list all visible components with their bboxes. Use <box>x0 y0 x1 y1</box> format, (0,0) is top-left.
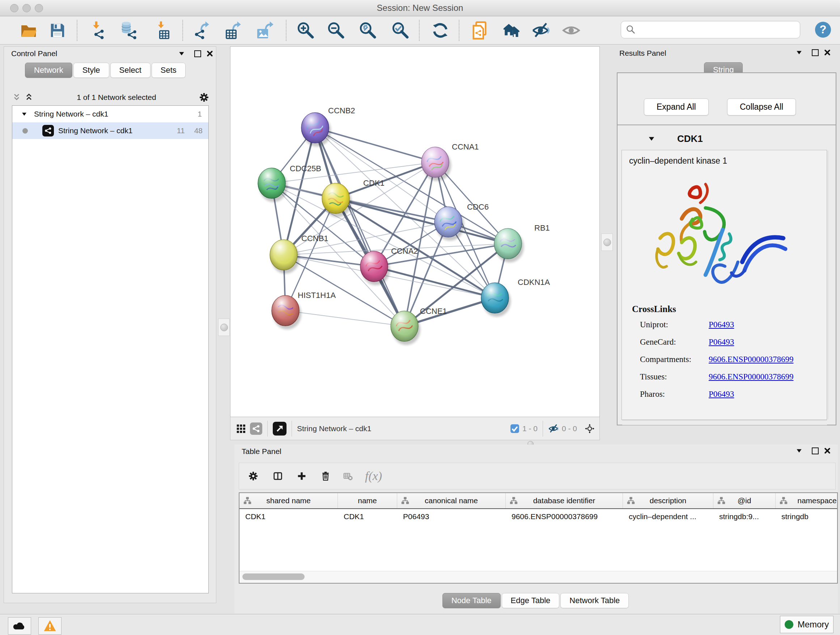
duplicate-network-icon[interactable] <box>470 21 489 40</box>
result-entry-header[interactable]: CDK1 <box>620 128 834 149</box>
tab-network[interactable]: Network <box>25 63 73 78</box>
network-node[interactable] <box>422 147 449 177</box>
tab-select[interactable]: Select <box>111 63 150 78</box>
network-node[interactable] <box>434 207 462 237</box>
table-row[interactable]: CDK1CDK1P064939606.ENSP00000378699cyclin… <box>240 509 837 524</box>
entry-caret-icon[interactable] <box>647 134 656 143</box>
save-session-icon[interactable] <box>48 21 67 40</box>
memory-button[interactable]: Memory <box>780 616 834 633</box>
crosslink-url[interactable]: P06493 <box>709 337 734 347</box>
control-panel-menu-caret-icon[interactable] <box>177 49 186 58</box>
zoom-out-icon[interactable] <box>326 21 346 40</box>
birdseye-view-icon[interactable] <box>273 422 286 435</box>
table-panel-menu-caret-icon[interactable] <box>794 446 804 455</box>
table-cell[interactable]: CDK1 <box>338 512 397 521</box>
results-panel-menu-caret-icon[interactable] <box>794 48 804 57</box>
import-network-file-icon[interactable] <box>88 21 107 40</box>
control-panel-close-icon[interactable] <box>205 49 215 58</box>
network-edge[interactable] <box>286 310 404 326</box>
tab-edge-table[interactable]: Edge Table <box>502 593 560 608</box>
table-panel-close-icon[interactable] <box>823 446 832 455</box>
left-splitter-handle[interactable] <box>218 318 230 336</box>
network-row[interactable]: String Network – cdk1 11 48 <box>12 122 208 139</box>
network-node[interactable] <box>391 311 418 341</box>
warning-status-button[interactable] <box>38 617 62 635</box>
results-panel-float-icon[interactable] <box>810 48 820 57</box>
results-horizontal-scrollbar[interactable] <box>622 420 827 425</box>
network-options-gear-icon[interactable] <box>199 93 209 102</box>
network-node[interactable] <box>322 183 349 214</box>
network-node[interactable] <box>481 283 508 313</box>
toolbar-search[interactable] <box>621 21 800 38</box>
refresh-network-icon[interactable] <box>431 21 450 40</box>
column-header[interactable]: name <box>338 493 397 508</box>
node-grid-icon[interactable] <box>236 424 246 433</box>
table-cell[interactable]: stringdb <box>775 512 838 521</box>
column-header[interactable]: description <box>623 493 714 508</box>
import-table-file-icon[interactable] <box>152 21 172 40</box>
table-cell[interactable]: 9606.ENSP00000378699 <box>506 512 623 521</box>
table-options-gear-icon[interactable] <box>248 471 258 481</box>
column-header[interactable]: @id <box>714 493 775 508</box>
tab-node-table[interactable]: Node Table <box>442 593 501 608</box>
network-share-icon[interactable] <box>250 423 262 435</box>
table-scroll-thumb[interactable] <box>242 573 305 580</box>
crosslink-url[interactable]: P06493 <box>709 320 734 329</box>
right-splitter-handle[interactable] <box>601 233 613 251</box>
table-panel-float-icon[interactable] <box>810 446 820 455</box>
network-node[interactable] <box>270 240 297 270</box>
add-column-icon[interactable] <box>297 471 306 481</box>
table-cell[interactable]: cyclin–dependent ... <box>623 512 714 521</box>
collapse-all-networks-icon[interactable] <box>12 93 21 102</box>
table-cell[interactable]: CDK1 <box>240 512 338 521</box>
tab-style[interactable]: Style <box>73 63 109 78</box>
crosslink-url[interactable]: P06493 <box>709 390 734 399</box>
function-builder-icon[interactable]: f(x) <box>365 469 382 483</box>
control-panel-float-icon[interactable] <box>193 49 202 58</box>
import-network-database-icon[interactable] <box>118 21 138 40</box>
network-node[interactable] <box>302 112 329 143</box>
network-node[interactable] <box>360 251 388 282</box>
hide-selected-icon[interactable] <box>531 21 551 40</box>
show-columns-icon[interactable] <box>273 471 283 481</box>
table-horizontal-scrollbar[interactable] <box>240 571 837 583</box>
network-node[interactable] <box>258 168 286 198</box>
search-input[interactable] <box>636 25 790 35</box>
expand-all-networks-icon[interactable] <box>24 93 34 102</box>
delete-column-icon[interactable] <box>321 471 330 481</box>
network-edge[interactable] <box>374 266 495 298</box>
column-header[interactable]: canonical name <box>397 493 506 508</box>
expand-all-button[interactable]: Expand All <box>644 98 709 116</box>
delete-table-icon[interactable] <box>343 471 353 481</box>
pan-crosshair-icon[interactable] <box>585 424 594 433</box>
hidden-eye-icon[interactable] <box>548 423 559 434</box>
cloud-status-button[interactable] <box>8 617 31 635</box>
network-node[interactable] <box>272 295 299 326</box>
selected-checkbox-icon[interactable] <box>510 424 519 433</box>
tab-network-table[interactable]: Network Table <box>561 593 629 608</box>
network-graph[interactable]: CCNB2CCNA1CDC25BCDK1CDC6RB1CCNB1CCNA2CDK… <box>231 47 600 417</box>
network-edge[interactable] <box>315 128 508 244</box>
zoom-fit-icon[interactable] <box>358 21 378 40</box>
home-neighborhood-icon[interactable] <box>501 21 520 40</box>
column-header[interactable]: database identifier <box>506 493 623 508</box>
network-collection-row[interactable]: String Network – cdk1 1 <box>12 106 208 122</box>
show-all-icon[interactable] <box>561 21 581 40</box>
zoom-in-icon[interactable] <box>296 21 316 40</box>
tab-sets[interactable]: Sets <box>152 63 186 78</box>
open-session-icon[interactable] <box>19 21 38 40</box>
crosslink-url[interactable]: 9606.ENSP00000378699 <box>709 372 794 382</box>
results-panel-close-icon[interactable] <box>823 48 832 57</box>
network-node[interactable] <box>494 228 522 259</box>
network-canvas[interactable]: CCNB2CCNA1CDC25BCDK1CDC6RB1CCNB1CCNA2CDK… <box>230 46 600 417</box>
zoom-selected-icon[interactable] <box>391 21 410 40</box>
crosslink-url[interactable]: 9606.ENSP00000378699 <box>709 355 794 364</box>
table-cell[interactable]: stringdb:9... <box>714 512 775 521</box>
export-network-icon[interactable] <box>193 21 212 40</box>
results-vertical-scrollbar[interactable] <box>828 150 833 419</box>
collection-caret-icon[interactable] <box>19 109 29 119</box>
help-icon[interactable] <box>813 20 833 40</box>
table-cell[interactable]: P06493 <box>397 512 506 521</box>
column-header[interactable]: namespace <box>775 493 838 508</box>
column-header[interactable]: shared name <box>240 493 338 508</box>
